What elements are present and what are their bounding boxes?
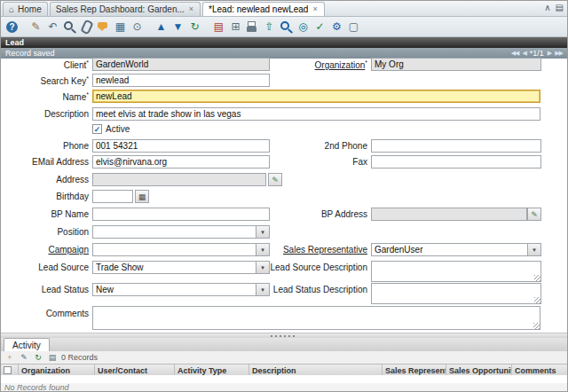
phone-field[interactable] (92, 139, 270, 153)
fax-label: Fax (252, 157, 367, 167)
grid-toggle-icon[interactable]: ▦ (113, 20, 128, 35)
campaign-label[interactable]: Campaign (1, 245, 89, 255)
window-title-bar: Lead (1, 37, 567, 48)
email-field[interactable] (92, 155, 270, 169)
lead-window: ⌂ Home Sales Rep Dashboard: Garden... × … (0, 0, 568, 392)
records-count: 0 Records (61, 353, 98, 362)
attachment-icon[interactable] (79, 20, 94, 35)
lead-source-description-wrap (371, 261, 541, 282)
address-label: Address (1, 175, 89, 184)
window-title: Lead (5, 38, 24, 47)
chevron-down-icon[interactable]: ▾ (528, 243, 541, 256)
description-field[interactable] (92, 107, 540, 121)
archive-icon[interactable]: ⊞ (228, 20, 243, 35)
lead-status-label: Lead Status (1, 285, 89, 294)
undo-changes-icon[interactable]: ↶ (45, 20, 60, 35)
address-editor-button[interactable]: ✎ (268, 173, 282, 186)
window-size-icon[interactable]: ▢ (346, 20, 361, 35)
phone-label: Phone (1, 141, 89, 151)
tab-bar: ⌂ Home Sales Rep Dashboard: Garden... × … (1, 1, 567, 17)
refresh-activity-icon[interactable]: ↻ (33, 352, 43, 363)
campaign-combo[interactable]: ▾ (92, 243, 270, 256)
tab-home[interactable]: ⌂ Home (3, 2, 48, 16)
lead-status-description-field[interactable] (371, 283, 541, 304)
organization-field (371, 58, 541, 71)
lead-source-combo[interactable]: ▾ (92, 261, 270, 274)
lead-status-field[interactable] (92, 283, 256, 296)
detail-record-icon[interactable]: ▼ (170, 20, 185, 35)
refresh-icon[interactable]: ↻ (187, 20, 202, 35)
resize-grip-icon[interactable] (534, 275, 540, 281)
sales-representative-label[interactable]: Sales Representative (252, 245, 367, 255)
lead-source-description-field[interactable] (371, 261, 541, 282)
checkbox-check-icon: ✓ (92, 124, 102, 134)
status-message: Record saved (5, 49, 511, 58)
activity-tab-label: Activity (12, 341, 41, 350)
edit-activity-icon[interactable]: ✎ (19, 352, 29, 363)
find-record-icon[interactable] (62, 20, 77, 35)
tab-activity[interactable]: Activity (4, 338, 50, 351)
lead-status-combo[interactable]: ▾ (92, 283, 270, 296)
main-toolbar: ? ✎ ↶ ▦ ⊙ ▲ ▼ ↻ ▤ ⊞ ⇧ ◎ ✓ ⚙ ▢ (1, 17, 567, 37)
lead-source-field[interactable] (92, 261, 256, 274)
position-field[interactable] (92, 225, 256, 239)
splitter-grip-icon[interactable] (271, 335, 297, 337)
name-field[interactable] (92, 90, 540, 103)
active-label: Active (106, 124, 130, 134)
lead-status-description-label: Lead Status Description (252, 285, 367, 294)
calendar-icon[interactable]: ▦ (135, 190, 149, 203)
sales-representative-combo[interactable]: ▾ (371, 243, 541, 256)
search-key-label: Search Key* (1, 75, 89, 86)
previous-record-icon[interactable]: ◀ (522, 50, 525, 57)
phone2-field[interactable] (371, 139, 541, 153)
chevron-down-icon[interactable]: ▾ (256, 225, 270, 239)
search-key-field[interactable] (92, 74, 270, 87)
parent-record-icon[interactable]: ▲ (154, 20, 169, 35)
zoom-across-icon[interactable] (279, 20, 294, 35)
comments-wrap (92, 306, 540, 330)
check-requests-icon[interactable]: ✓ (312, 20, 327, 35)
close-tab-icon[interactable]: × (312, 5, 318, 13)
help-icon[interactable]: ? (6, 21, 18, 33)
collapse-tabs-icon[interactable]: ∧ (544, 3, 550, 12)
name-label: Name* (1, 91, 89, 102)
client-label: Client* (1, 59, 89, 70)
report-icon[interactable]: ▤ (211, 20, 226, 35)
tab-lead[interactable]: *Lead: newlead newLead × (202, 2, 325, 16)
chat-icon[interactable] (96, 20, 111, 35)
address-field (92, 173, 266, 186)
tabbar-right-icons: ∧ ▤ (544, 3, 564, 12)
birthday-label: Birthday (1, 192, 89, 201)
edit-record-icon[interactable]: ✎ (28, 20, 43, 35)
export-icon[interactable]: ⇧ (262, 20, 277, 35)
first-record-icon[interactable]: ◀◀ (511, 50, 519, 57)
organization-label[interactable]: Organization* (252, 59, 367, 70)
last-record-icon[interactable]: ▶▶ (555, 50, 563, 57)
campaign-field[interactable] (92, 243, 256, 256)
position-label: Position (1, 227, 89, 237)
detail-tab-strip: Activity (1, 338, 567, 352)
active-workflows-icon[interactable]: ◎ (296, 20, 311, 35)
active-checkbox[interactable]: ✓ Active (92, 124, 130, 134)
print-icon[interactable] (245, 20, 260, 35)
birthday-field[interactable] (92, 190, 133, 203)
window-layout-icon[interactable]: ▤ (556, 3, 564, 12)
resize-grip-icon[interactable] (534, 297, 540, 303)
resize-grip-icon[interactable] (533, 323, 540, 329)
tab-sales-rep-dashboard[interactable]: Sales Rep Dashboard: Garden... × (50, 2, 201, 16)
history-icon[interactable]: ⊙ (130, 20, 145, 35)
empty-message: No Records found (4, 383, 69, 392)
activity-table-footer: No Records found (1, 383, 567, 391)
customize-icon[interactable]: ⚙ (329, 20, 344, 35)
close-tab-icon[interactable]: × (188, 5, 194, 13)
sales-representative-field[interactable] (371, 243, 528, 256)
fax-field[interactable] (371, 155, 541, 169)
next-record-icon[interactable]: ▶ (548, 50, 551, 57)
bp-address-editor-button[interactable]: ✎ (527, 208, 541, 221)
new-activity-icon[interactable]: + (4, 352, 15, 363)
comments-label: Comments (1, 309, 89, 318)
print-activity-icon[interactable]: ▤ (47, 352, 58, 363)
comments-field[interactable] (92, 306, 540, 330)
bp-name-field[interactable] (92, 208, 270, 221)
position-combo[interactable]: ▾ (92, 225, 270, 239)
